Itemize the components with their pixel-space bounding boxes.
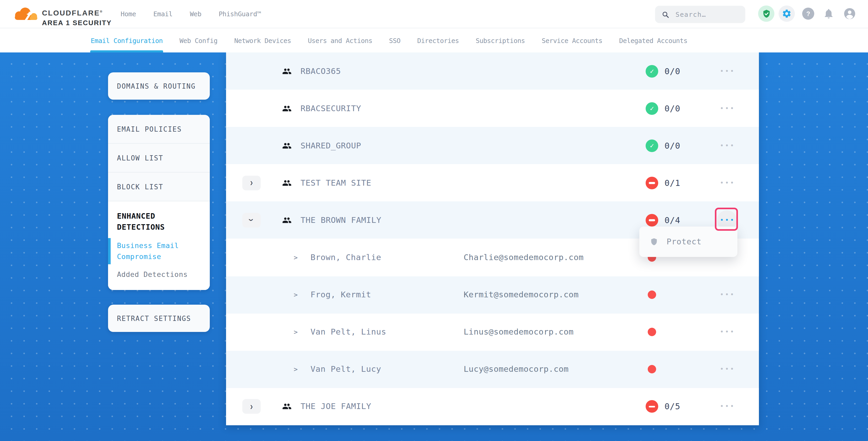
status-dot [648, 328, 656, 336]
chevron-icon: ❯ [250, 404, 253, 410]
group-icon [282, 402, 291, 411]
tab-directories[interactable]: Directories [417, 28, 459, 53]
status-count: 0/1 [664, 178, 680, 188]
row-name: Brown, Charlie [310, 253, 381, 262]
row-email: Charlie@somedemocorp.com [464, 253, 584, 262]
tab-subscriptions[interactable]: Subscriptions [476, 28, 525, 53]
row-context-menu: Protect [639, 226, 737, 257]
tab-sso[interactable]: SSO [389, 28, 400, 53]
row-menu-button[interactable]: ••• [717, 61, 737, 81]
minus-icon [649, 219, 655, 221]
row-menu-button[interactable]: ••• [717, 285, 737, 305]
table-row: > Van Pelt, Linus Linus@somedemocorp.com… [226, 313, 759, 351]
expand-button[interactable]: ❯ [242, 399, 261, 414]
bell-icon[interactable] [823, 7, 835, 20]
nav-item-phishguard[interactable]: PhishGuard™ [219, 10, 261, 18]
status-badge: ✓ [646, 65, 658, 77]
tab-email-configuration[interactable]: Email Configuration [91, 28, 163, 53]
chevron-icon: ❯ [250, 180, 253, 186]
group-icon [282, 178, 291, 188]
row-name: THE JOE FAMILY [301, 402, 371, 411]
member-chevron-icon: > [294, 328, 298, 336]
search-icon [662, 11, 669, 18]
tab-delegated-accounts[interactable]: Delegated Accounts [619, 28, 687, 53]
tab-network-devices[interactable]: Network Devices [234, 28, 291, 53]
nav-item-email[interactable]: Email [153, 10, 173, 18]
subnav: Email ConfigurationWeb ConfigNetwork Dev… [0, 28, 868, 53]
row-email: Lucy@somedemocorp.com [464, 365, 568, 374]
logo-text: CLOUDFLARE® AREA 1 SECURITY [42, 2, 112, 26]
sidebar-item-label: DOMAINS & ROUTING [117, 82, 196, 90]
row-name: Frog, Kermit [310, 290, 371, 300]
nav-item-web[interactable]: Web [190, 10, 202, 18]
ellipsis-icon: ••• [718, 291, 735, 298]
status-badge: ✓ [646, 139, 658, 152]
row-email: Linus@somedemocorp.com [464, 327, 574, 337]
sidebar-link-added-detections[interactable]: Added Detections [117, 269, 203, 280]
table-row: RBACO365 ✓ 0/0 ••• [226, 53, 759, 90]
row-name: SHARED_GROUP [301, 141, 361, 150]
table-row: RBACSECURITY ✓ 0/0 ••• [226, 90, 759, 127]
ellipsis-icon: ••• [718, 217, 735, 224]
tab-users-and-actions[interactable]: Users and Actions [308, 28, 372, 53]
ellipsis-icon: ••• [718, 67, 735, 75]
help-icon[interactable]: ? [802, 8, 814, 20]
sidebar-item-email-policies[interactable]: EMAIL POLICIES [108, 115, 210, 144]
gear-icon[interactable] [779, 5, 795, 22]
row-name: TEST TEAM SITE [301, 178, 371, 188]
minus-icon [649, 182, 655, 184]
row-menu-button[interactable]: ••• [717, 322, 737, 342]
cloudflare-logo[interactable]: CLOUDFLARE® AREA 1 SECURITY [11, 2, 112, 26]
status-badge: ✓ [646, 102, 658, 115]
row-name: Van Pelt, Linus [310, 327, 386, 337]
header: CLOUDFLARE® AREA 1 SECURITY HomeEmailWeb… [0, 0, 868, 28]
row-menu-button[interactable]: ••• [717, 173, 737, 193]
row-email: Kermit@somedemocorp.com [464, 290, 579, 300]
row-name: THE BROWN FAMILY [301, 216, 381, 225]
shield-check-icon[interactable] [758, 5, 774, 22]
nav-item-home[interactable]: Home [121, 10, 136, 18]
sidebar-item-retract-settings[interactable]: RETRACT SETTINGS [108, 305, 210, 332]
expand-button[interactable]: ❯ [242, 213, 261, 228]
row-name: Van Pelt, Lucy [310, 365, 381, 374]
status-badge [646, 177, 658, 189]
group-icon [282, 66, 291, 76]
top-nav: HomeEmailWebPhishGuard™ [121, 0, 261, 28]
brand-name: CLOUDFLARE® [42, 8, 112, 17]
search-box[interactable] [655, 6, 745, 23]
group-icon [282, 103, 291, 113]
sidebar-link-business-email-compromise[interactable]: Business Email Compromise [117, 240, 185, 262]
product-name: AREA 1 SECURITY [42, 19, 112, 26]
status-dot [648, 365, 656, 374]
active-indicator-bar [108, 238, 111, 264]
search-input[interactable] [675, 10, 740, 19]
cloudflare-cloud-icon [11, 2, 40, 25]
expand-button[interactable]: ❯ [242, 176, 261, 190]
status-count: 0/5 [664, 402, 680, 412]
sidebar-item-domains-routing[interactable]: DOMAINS & ROUTING [108, 72, 210, 100]
table-row: SHARED_GROUP ✓ 0/0 ••• [226, 127, 759, 164]
sidebar-item-block-list[interactable]: BLOCK LIST [108, 172, 210, 201]
sidebar-item-allow-list[interactable]: ALLOW LIST [108, 144, 210, 172]
check-icon: ✓ [650, 104, 654, 112]
sidebar-section-title: ENHANCED DETECTIONS [117, 211, 196, 233]
row-menu-button[interactable]: ••• [717, 98, 737, 118]
row-menu-button[interactable]: ••• [717, 135, 737, 155]
status-dot [648, 290, 656, 299]
chevron-icon: ❯ [249, 219, 254, 222]
member-chevron-icon: > [294, 254, 298, 261]
ellipsis-icon: ••• [718, 142, 735, 149]
member-chevron-icon: > [294, 291, 298, 298]
tab-service-accounts[interactable]: Service Accounts [542, 28, 602, 53]
user-icon[interactable] [844, 8, 856, 20]
status-count: 0/0 [664, 103, 680, 113]
row-menu-button[interactable]: ••• [717, 397, 737, 417]
sidebar-policies-card: EMAIL POLICIESALLOW LISTBLOCK LIST ENHAN… [108, 115, 210, 290]
row-menu-button[interactable]: ••• [717, 359, 737, 379]
minus-icon [649, 406, 655, 407]
group-icon [282, 216, 291, 225]
tab-web-config[interactable]: Web Config [180, 28, 218, 53]
group-icon [282, 141, 291, 150]
menu-item-protect[interactable]: Protect [666, 237, 702, 247]
shield-icon [650, 238, 658, 246]
